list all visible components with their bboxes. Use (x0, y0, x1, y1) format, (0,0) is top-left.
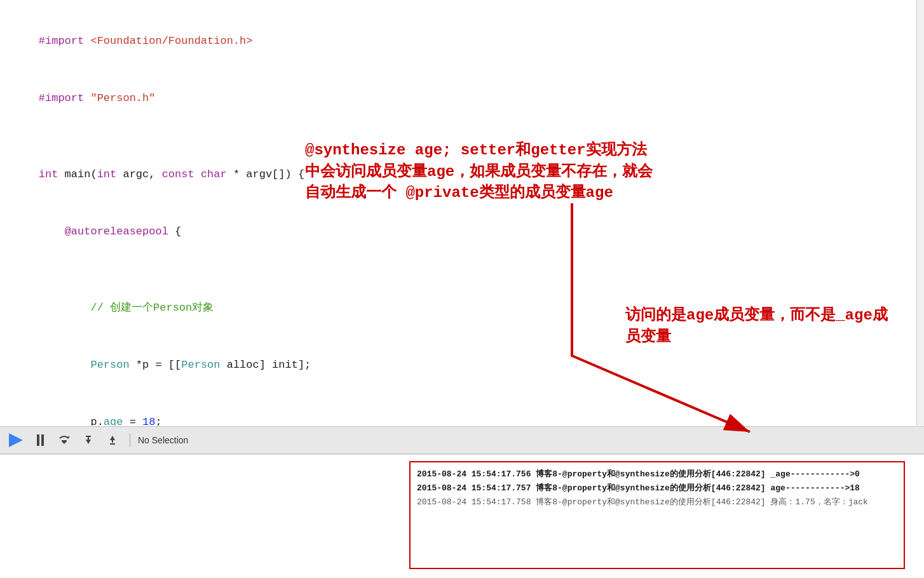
debug-toolbar: No Selection (0, 426, 924, 454)
code-line-5: @autoreleasepool { (13, 203, 911, 260)
pause-icon (37, 434, 44, 446)
console-area: 2015-08-24 15:54:17.756 博客8-@property和@s… (0, 454, 924, 578)
keyword-import: #import (39, 35, 84, 47)
svg-marker-3 (62, 441, 67, 444)
console-output-box: 2015-08-24 15:54:17.756 博客8-@property和@s… (409, 461, 905, 569)
scrollbar[interactable] (916, 0, 924, 426)
svg-marker-7 (110, 436, 115, 440)
code-line-9: p.age = 18; (13, 394, 911, 426)
step-over-icon (57, 433, 71, 447)
console-line-3: 2015-08-24 15:54:17.758 博客8-@property和@s… (417, 495, 897, 509)
code-line-1: #import <Foundation/Foundation.h> (13, 13, 911, 70)
annotation-top: @synthesize age; setter和getter实现方法中会访问成员… (305, 140, 661, 204)
annotation-bottom: 访问的是age成员变量，而不是_age成员变量 (625, 305, 892, 347)
step-out-button[interactable] (103, 431, 122, 449)
code-editor: #import <Foundation/Foundation.h> #impor… (0, 0, 924, 426)
step-into-button[interactable] (79, 431, 98, 449)
step-out-icon (105, 433, 119, 447)
play-button[interactable] (6, 431, 25, 449)
play-icon (9, 433, 23, 447)
console-line-2: 2015-08-24 15:54:17.757 博客8-@property和@s… (417, 481, 897, 495)
step-into-icon (81, 433, 95, 447)
step-over-button[interactable] (55, 431, 74, 449)
svg-marker-5 (86, 440, 91, 444)
code-line-2: #import "Person.h" (13, 70, 911, 127)
code-line-6 (13, 260, 911, 279)
toolbar-divider (130, 433, 130, 447)
pause-button[interactable] (31, 431, 50, 449)
svg-rect-2 (62, 440, 67, 441)
no-selection-label: No Selection (138, 435, 188, 445)
svg-rect-9 (110, 443, 115, 445)
console-line-1: 2015-08-24 15:54:17.756 博客8-@property和@s… (417, 467, 897, 481)
svg-rect-4 (86, 436, 91, 437)
